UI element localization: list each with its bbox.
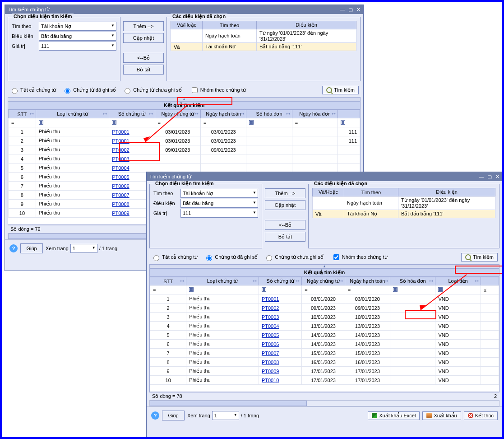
grid-hdr-loai[interactable]: Loại chứng từ⊶ bbox=[36, 110, 109, 118]
voucher-link[interactable]: PT0003 bbox=[112, 156, 129, 162]
chk-nhom[interactable]: Nhóm theo chứng từ bbox=[190, 86, 246, 94]
voucher-link[interactable]: PT0007 bbox=[262, 350, 279, 356]
cond-row[interactable]: VàTài khoản NợBắt đầu bằng '111' bbox=[171, 43, 356, 51]
btn-help[interactable]: Giúp bbox=[20, 243, 43, 253]
page-input[interactable] bbox=[212, 411, 239, 420]
help-icon[interactable]: ? bbox=[9, 244, 18, 252]
h-scrollbar[interactable] bbox=[149, 400, 499, 406]
grid-hdr-so[interactable]: Số chứng từ⊶ bbox=[109, 110, 155, 118]
pin-icon[interactable]: ⊶ bbox=[240, 112, 244, 116]
filter-icon[interactable] bbox=[39, 120, 43, 125]
field-timtheo[interactable] bbox=[180, 189, 258, 198]
field-timtheo[interactable] bbox=[39, 22, 116, 31]
titlebar[interactable]: Tìm kiếm chứng từ — ▢ ✕ bbox=[5, 5, 363, 14]
radio-chua[interactable]: Chứng từ chưa ghi sổ bbox=[264, 254, 324, 261]
voucher-link[interactable]: PT0002 bbox=[262, 305, 279, 311]
help-icon[interactable]: ? bbox=[151, 411, 159, 420]
cond-table[interactable]: Và/Hoặc Tìm theo Điều kiện Ngày hạch toá… bbox=[312, 188, 495, 218]
cond-row[interactable]: VàTài khoản NợBắt đầu bằng '111' bbox=[313, 210, 495, 218]
voucher-link[interactable]: PT0001 bbox=[112, 138, 129, 144]
pin-icon[interactable]: ⊶ bbox=[180, 279, 184, 283]
radio-ghiso[interactable]: Chứng từ đã ghi sổ bbox=[62, 87, 116, 94]
btn-close[interactable]: Kết thúc bbox=[464, 411, 498, 420]
voucher-link[interactable]: PT0007 bbox=[112, 192, 129, 198]
table-row[interactable]: 5Phiếu thuPT000514/01/202314/01/2023VND bbox=[150, 331, 499, 340]
grid-hdr-nhd[interactable]: Ngày hóa đơn⊶ bbox=[292, 110, 338, 118]
results-grid[interactable]: STT⊶ Loại chứng từ⊶ Số chứng từ⊶ Ngày ch… bbox=[149, 276, 499, 392]
btn-export[interactable]: Xuất khẩu bbox=[422, 411, 461, 420]
pin-icon[interactable]: ⊶ bbox=[429, 279, 433, 283]
grid-hdr-shd[interactable]: Số hóa đơn⊶ bbox=[246, 110, 292, 118]
pin-icon[interactable]: ⊶ bbox=[475, 279, 479, 283]
pin-icon[interactable]: ⊶ bbox=[103, 112, 107, 116]
table-row[interactable]: 3Phiếu thuPT000209/01/202309/01/2023 bbox=[9, 145, 360, 154]
voucher-link[interactable]: PT0010 bbox=[262, 378, 279, 383]
grid-hdr-nht[interactable]: Ngày hạch toán⊶ bbox=[200, 110, 246, 118]
cond-row[interactable]: Ngày hạch toánTừ ngày '01/01/2023' đến n… bbox=[313, 196, 495, 210]
splitter-collapse[interactable]: ▲ bbox=[149, 264, 499, 268]
btn-bo[interactable]: <--Bỏ bbox=[123, 53, 164, 63]
field-dieukien[interactable] bbox=[39, 32, 116, 41]
pin-icon[interactable]: ⊶ bbox=[253, 279, 257, 283]
table-row[interactable]: 9Phiếu thuPT000917/01/202317/01/2023VND bbox=[150, 367, 499, 376]
voucher-link[interactable]: PT0005 bbox=[262, 332, 279, 338]
voucher-link[interactable]: PT0009 bbox=[262, 369, 279, 374]
minimize-icon[interactable]: — bbox=[479, 173, 484, 181]
voucher-link[interactable]: PT0004 bbox=[112, 165, 129, 171]
filter-icon[interactable] bbox=[341, 120, 345, 125]
btn-capnhat[interactable]: Cập nhật bbox=[265, 200, 305, 210]
btn-them[interactable]: Thêm --> bbox=[265, 188, 305, 198]
table-row[interactable]: 7Phiếu thuPT000715/01/202315/01/2023VND bbox=[150, 349, 499, 358]
pin-icon[interactable]: ⊶ bbox=[296, 279, 300, 283]
btn-export-excel[interactable]: Xuất khẩu Excel bbox=[368, 411, 420, 420]
filter-icon[interactable] bbox=[189, 287, 194, 292]
voucher-link[interactable]: PT0001 bbox=[262, 296, 279, 302]
table-row[interactable]: 2Phiếu thuPT000103/01/202303/01/2023111 bbox=[9, 136, 360, 145]
btn-search[interactable]: Tìm kiếm bbox=[461, 253, 498, 262]
grid-hdr-stt[interactable]: STT⊶ bbox=[9, 110, 36, 118]
pin-icon[interactable]: ⊶ bbox=[339, 279, 343, 283]
radio-all[interactable]: Tất cả chứng từ bbox=[9, 87, 56, 94]
radio-all[interactable]: Tất cả chứng từ bbox=[151, 254, 198, 261]
titlebar[interactable]: Tìm kiếm chứng từ — ▢ ✕ bbox=[147, 172, 502, 181]
voucher-link[interactable]: PT0005 bbox=[112, 174, 129, 180]
close-icon[interactable]: ✕ bbox=[356, 5, 361, 14]
btn-botat[interactable]: Bỏ tất bbox=[265, 232, 305, 242]
btn-them[interactable]: Thêm --> bbox=[123, 21, 164, 31]
filter-icon[interactable] bbox=[249, 120, 254, 125]
cond-table[interactable]: Và/Hoặc Tìm theo Điều kiện Ngày hạch toá… bbox=[171, 21, 356, 51]
grid-hdr-nct[interactable]: Ngày chứng từ⊶ bbox=[155, 110, 200, 118]
table-row[interactable]: 1Phiếu thuPT000103/01/202303/01/2023111 bbox=[9, 127, 360, 136]
table-row[interactable]: 10Phiếu thuPT001017/01/202317/01/2023VND bbox=[150, 376, 499, 385]
pin-icon[interactable]: ⊶ bbox=[149, 112, 153, 116]
splitter-collapse[interactable]: ▲ bbox=[8, 97, 361, 101]
btn-help[interactable]: Giúp bbox=[162, 411, 185, 420]
pin-icon[interactable]: ⊶ bbox=[194, 112, 199, 116]
voucher-link[interactable]: PT0008 bbox=[112, 201, 129, 207]
maximize-icon[interactable]: ▢ bbox=[487, 173, 492, 181]
voucher-link[interactable]: PT0003 bbox=[262, 314, 279, 320]
page-input[interactable] bbox=[70, 244, 97, 253]
pin-icon[interactable]: ⊶ bbox=[286, 112, 290, 116]
filter-icon[interactable] bbox=[438, 287, 443, 292]
btn-search[interactable]: Tìm kiếm bbox=[322, 86, 359, 94]
field-giatri[interactable] bbox=[39, 42, 116, 51]
close-icon[interactable]: ✕ bbox=[495, 173, 499, 181]
cond-row[interactable]: Ngày hạch toánTừ ngày '01/01/2023' đến n… bbox=[171, 29, 356, 43]
cond-hdr-vh[interactable]: Và/Hoặc bbox=[171, 21, 203, 29]
voucher-link[interactable]: PT0004 bbox=[262, 323, 279, 329]
filter-icon[interactable] bbox=[393, 287, 398, 292]
voucher-link[interactable]: PT0006 bbox=[112, 183, 129, 189]
chk-nhom[interactable]: Nhóm theo chứng từ bbox=[332, 253, 388, 262]
table-row[interactable]: 5Phiếu thuPT0004 bbox=[9, 163, 360, 173]
voucher-link[interactable]: PT0006 bbox=[262, 341, 279, 347]
voucher-link[interactable]: PT0001 bbox=[112, 129, 129, 135]
voucher-link[interactable]: PT0008 bbox=[262, 360, 279, 365]
field-giatri[interactable] bbox=[180, 209, 258, 218]
voucher-link[interactable]: PT0002 bbox=[112, 147, 129, 153]
btn-botat[interactable]: Bỏ tất bbox=[123, 65, 164, 75]
filter-icon[interactable] bbox=[262, 287, 266, 292]
cond-hdr-tt[interactable]: Tìm theo bbox=[203, 21, 257, 29]
filter-icon[interactable] bbox=[112, 120, 116, 125]
table-row[interactable]: 2Phiếu thuPT000209/01/202309/01/2023VND bbox=[150, 304, 499, 313]
